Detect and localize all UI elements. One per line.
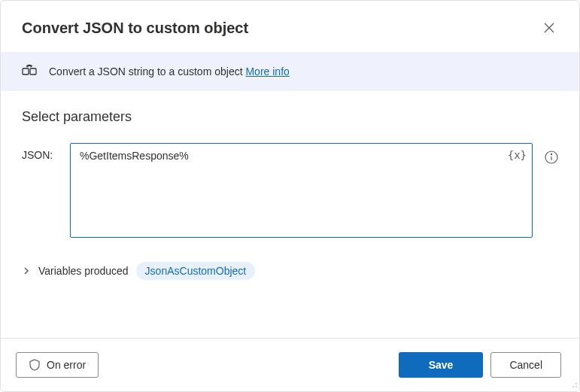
on-error-button[interactable]: On error (16, 352, 99, 378)
dialog-footer: On error Save Cancel (1, 338, 579, 391)
info-text: Convert a JSON string to a custom object… (49, 65, 290, 77)
footer-actions: Save Cancel (399, 352, 561, 378)
svg-point-6 (551, 153, 551, 154)
more-info-link[interactable]: More info (245, 65, 289, 77)
variables-produced-label: Variables produced (38, 265, 129, 277)
json-form-row: JSON: {x} (22, 143, 558, 241)
close-icon (544, 23, 554, 33)
on-error-label: On error (47, 359, 86, 371)
close-button[interactable] (537, 16, 561, 40)
dialog-title: Convert JSON to custom object (22, 20, 248, 37)
svg-point-7 (575, 386, 577, 387)
dialog-content: Select parameters JSON: {x} Variables pr… (1, 91, 579, 338)
shield-icon (29, 359, 41, 371)
dialog-header: Convert JSON to custom object (1, 1, 579, 52)
json-input-wrapper: {x} (70, 143, 533, 241)
svg-point-9 (575, 383, 577, 384)
section-title: Select parameters (22, 109, 558, 125)
info-circle-icon (545, 150, 558, 164)
resize-handle[interactable] (569, 379, 578, 390)
variable-chip[interactable]: JsonAsCustomObject (136, 262, 256, 280)
cancel-button[interactable]: Cancel (490, 352, 561, 378)
convert-icon (22, 64, 37, 79)
svg-rect-2 (23, 68, 29, 74)
variable-picker-icon[interactable]: {x} (508, 149, 527, 161)
save-button[interactable]: Save (399, 352, 484, 378)
chevron-right-icon[interactable] (22, 266, 31, 275)
svg-point-8 (572, 386, 574, 387)
info-bar: Convert a JSON string to a custom object… (1, 52, 579, 91)
svg-rect-3 (30, 68, 36, 74)
json-label: JSON: (22, 143, 58, 161)
help-button[interactable] (545, 150, 558, 164)
info-description: Convert a JSON string to a custom object (49, 65, 245, 77)
variables-produced-row: Variables produced JsonAsCustomObject (22, 262, 558, 280)
json-input[interactable] (70, 143, 533, 238)
